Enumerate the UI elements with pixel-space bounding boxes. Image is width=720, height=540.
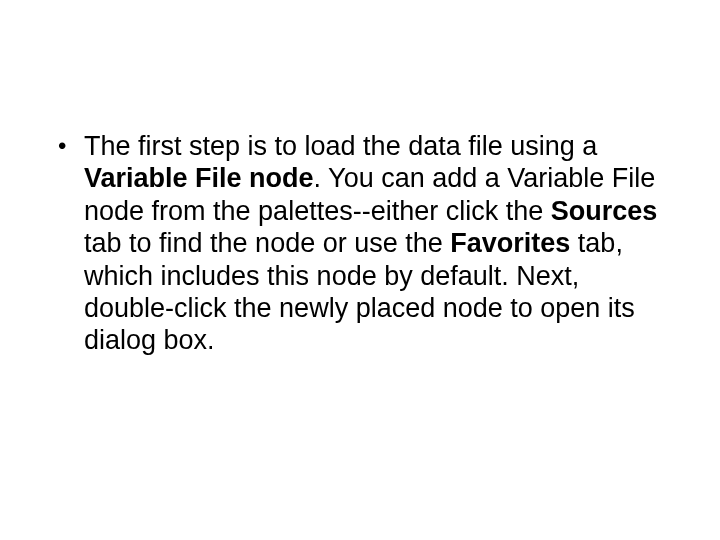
text-bold-variable-file-node: Variable File node [84,163,314,193]
text-bold-favorites: Favorites [450,228,570,258]
text-segment: tab to find the node or use the [84,228,450,258]
slide: The first step is to load the data file … [0,0,720,540]
slide-content: The first step is to load the data file … [54,130,666,357]
bullet-list: The first step is to load the data file … [54,130,666,357]
list-item: The first step is to load the data file … [54,130,666,357]
text-segment: The first step is to load the data file … [84,131,597,161]
text-bold-sources: Sources [551,196,658,226]
